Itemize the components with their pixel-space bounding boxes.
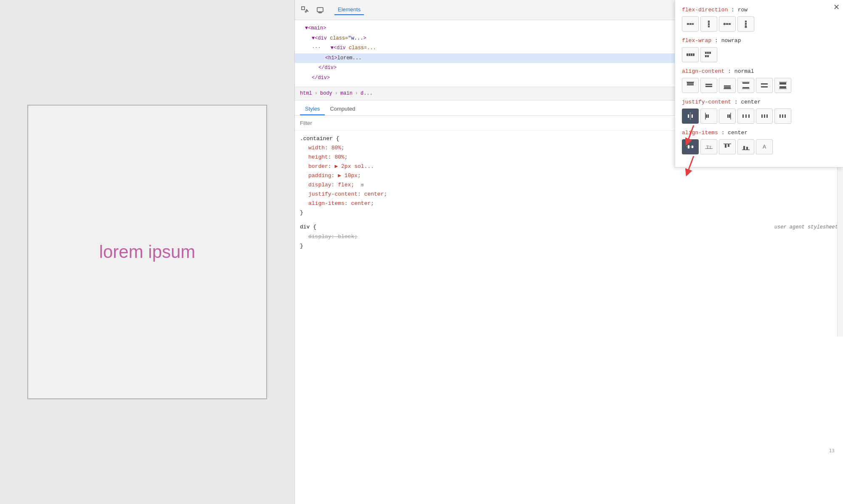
- svg-rect-61: [761, 114, 763, 118]
- justify-content-header: justify-content : center: [682, 99, 836, 105]
- svg-rect-77: [746, 147, 748, 150]
- svg-rect-76: [743, 146, 745, 150]
- devtools-top-tabs: Elements: [334, 5, 364, 15]
- align-content-space-between-btn[interactable]: [737, 78, 754, 93]
- css-rules: .container { width: 80%; height: 80%; bo…: [295, 131, 843, 504]
- tab-elements[interactable]: Elements: [334, 5, 364, 15]
- svg-rect-25: [705, 52, 707, 54]
- svg-rect-73: [725, 144, 726, 148]
- align-items-value: center: [728, 130, 748, 136]
- align-items-stretch-btn[interactable]: A: [756, 139, 773, 154]
- svg-rect-60: [748, 114, 750, 118]
- align-items-end-btn[interactable]: [737, 139, 754, 154]
- div-selector: div {: [300, 223, 316, 232]
- flex-wrap-value: nowrap: [721, 37, 741, 44]
- justify-content-center-btn[interactable]: [682, 109, 699, 124]
- align-items-start-btn[interactable]: [719, 139, 736, 154]
- svg-rect-40: [742, 87, 749, 88]
- svg-rect-2: [317, 8, 323, 12]
- css-padding[interactable]: padding: ▶ 10px;: [308, 171, 838, 180]
- justify-content-buttons: [682, 109, 836, 124]
- svg-rect-45: [779, 82, 786, 85]
- flex-wrap-wrap-btn[interactable]: [700, 47, 717, 62]
- svg-rect-49: [688, 114, 689, 118]
- lorem-text: lorem ipsum: [99, 242, 196, 262]
- svg-rect-23: [691, 53, 692, 56]
- css-display[interactable]: display: flex; ⊞: [308, 180, 838, 190]
- align-content-space-around-btn[interactable]: [756, 78, 773, 93]
- svg-rect-63: [766, 114, 768, 118]
- flex-dir-row-rev-btn[interactable]: [719, 16, 736, 32]
- align-content-value: normal: [734, 68, 754, 74]
- css-align-items[interactable]: align-items: center;: [308, 199, 838, 208]
- device-icon[interactable]: [315, 5, 325, 15]
- close-button[interactable]: ✕: [833, 3, 840, 11]
- justify-content-label: justify-content: [682, 99, 731, 105]
- breadcrumb-div[interactable]: d...: [361, 90, 373, 96]
- svg-rect-44: [761, 86, 768, 88]
- justify-content-start-btn[interactable]: [700, 109, 717, 124]
- svg-rect-58: [742, 114, 744, 118]
- svg-rect-0: [302, 7, 305, 10]
- justify-content-space-around-btn[interactable]: [756, 109, 773, 124]
- css-justify-content[interactable]: justify-content: center;: [308, 190, 838, 199]
- justify-content-end-btn[interactable]: [719, 109, 736, 124]
- justify-content-space-evenly-btn[interactable]: [774, 109, 791, 124]
- align-content-start-btn[interactable]: [682, 78, 699, 93]
- svg-rect-53: [708, 114, 709, 118]
- svg-rect-36: [724, 85, 731, 87]
- devtools-panel: Elements ▼<main> ▼<div class="w...> ··· …: [294, 0, 843, 504]
- align-content-label: align-content: [682, 68, 724, 74]
- svg-rect-46: [779, 86, 786, 88]
- justify-content-space-between-btn[interactable]: [737, 109, 754, 124]
- flex-direction-buttons: [682, 16, 836, 32]
- align-content-center-btn[interactable]: [700, 78, 717, 93]
- demo-container: lorem ipsum: [27, 105, 267, 399]
- align-content-stretch-btn[interactable]: [774, 78, 791, 93]
- flex-wrap-header: flex-wrap : nowrap: [682, 37, 836, 44]
- flex-direction-section: flex-direction : row: [682, 7, 836, 32]
- filter-input[interactable]: [300, 120, 384, 126]
- browser-viewport: lorem ipsum: [0, 0, 294, 504]
- tab-computed[interactable]: Computed: [325, 103, 360, 115]
- tab-styles[interactable]: Styles: [300, 103, 325, 115]
- flex-dir-row-btn[interactable]: [682, 16, 699, 32]
- flex-wrap-nowrap-btn[interactable]: [682, 47, 699, 62]
- inspect-icon[interactable]: [300, 5, 310, 15]
- svg-rect-37: [724, 87, 731, 88]
- svg-rect-24: [693, 53, 695, 56]
- div-close: }: [300, 241, 838, 251]
- align-content-end-btn[interactable]: [719, 78, 736, 93]
- div-rule: div { user agent stylesheet display: blo…: [300, 223, 838, 250]
- align-content-section: align-content : normal: [682, 68, 836, 93]
- svg-text:A: A: [763, 144, 766, 150]
- flex-dir-col-btn[interactable]: [700, 16, 717, 32]
- user-agent-comment: user agent stylesheet: [774, 223, 838, 231]
- svg-rect-50: [692, 114, 693, 118]
- css-display-block[interactable]: display: block;: [308, 232, 838, 241]
- container-close: }: [300, 208, 838, 218]
- svg-rect-33: [705, 84, 712, 85]
- line-number: 13: [829, 448, 835, 454]
- flex-direction-header: flex-direction : row: [682, 7, 836, 13]
- svg-rect-28: [705, 55, 707, 57]
- svg-rect-62: [764, 114, 765, 118]
- svg-rect-34: [705, 86, 712, 87]
- breadcrumb-body[interactable]: body: [320, 90, 332, 96]
- breadcrumb-main[interactable]: main: [340, 90, 353, 96]
- svg-rect-66: [785, 114, 786, 118]
- justify-content-value: center: [741, 99, 761, 105]
- flex-direction-value: row: [738, 7, 748, 13]
- svg-rect-74: [728, 144, 729, 147]
- breadcrumb-html[interactable]: html: [300, 90, 312, 96]
- svg-rect-22: [689, 53, 690, 56]
- flex-dir-col-rev-btn[interactable]: [737, 16, 754, 32]
- flex-wrap-label: flex-wrap: [682, 37, 711, 44]
- flex-wrap-buttons: [682, 47, 836, 62]
- svg-rect-21: [687, 53, 688, 56]
- svg-rect-43: [761, 83, 768, 85]
- svg-rect-39: [742, 82, 749, 84]
- svg-rect-64: [779, 114, 781, 118]
- svg-rect-27: [709, 52, 711, 54]
- justify-content-section: justify-content : center: [682, 99, 836, 124]
